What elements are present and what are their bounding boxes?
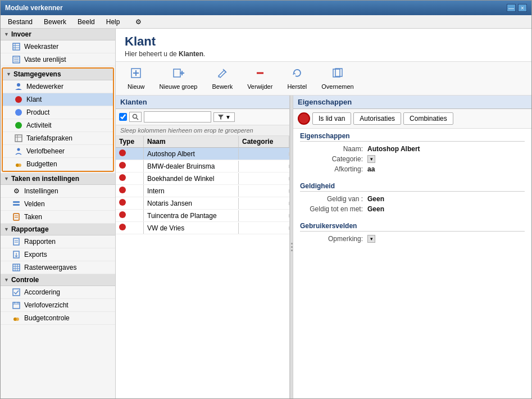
table-row[interactable]: VW de Vries bbox=[116, 222, 289, 234]
select-all-checkbox[interactable] bbox=[119, 113, 127, 121]
sidebar-section-taken[interactable]: Taken en instellingen bbox=[1, 173, 115, 185]
table-row[interactable]: Intern bbox=[116, 185, 289, 197]
sidebar-item-budgetten[interactable]: Budgetten bbox=[3, 158, 113, 171]
sidebar-item-taken[interactable]: Taken bbox=[1, 211, 115, 224]
prop-row-afkorting: Afkorting: aa bbox=[300, 165, 525, 173]
menu-bewerk[interactable]: Bewerk bbox=[39, 16, 71, 28]
group-hint: Sleep kolommen hierheen om erop te groep… bbox=[116, 125, 289, 136]
search-input[interactable] bbox=[144, 111, 211, 123]
row-naam: Autoshop Albert bbox=[144, 148, 239, 160]
row-naam: Tuincentra de Plantage bbox=[144, 210, 239, 221]
sidebar-item-accordering[interactable]: Accordering bbox=[1, 286, 115, 299]
sidebar-item-verlofbeheer[interactable]: Verlofbeheer bbox=[3, 145, 113, 158]
sidebar-item-medewerker[interactable]: Medewerker bbox=[3, 80, 113, 93]
row-naam: Notaris Jansen bbox=[144, 198, 239, 209]
toolbar-btn-bewerk[interactable]: Bewerk bbox=[209, 65, 235, 92]
close-button[interactable]: × bbox=[518, 4, 527, 12]
row-type bbox=[116, 197, 144, 209]
menu-beeld[interactable]: Beeld bbox=[72, 16, 100, 28]
search-filter-btn[interactable]: ▼ bbox=[213, 112, 235, 122]
gear-icon[interactable]: ⚙ bbox=[130, 16, 147, 28]
sidebar-item-activiteit[interactable]: Activiteit bbox=[3, 119, 113, 132]
row-naam: VW de Vries bbox=[144, 223, 239, 234]
svg-rect-9 bbox=[15, 135, 22, 142]
title-bar: Module verkenner — × bbox=[1, 1, 531, 15]
tab-combinaties[interactable]: Combinaties bbox=[403, 112, 453, 125]
search-icon-btn[interactable] bbox=[129, 112, 142, 122]
svg-rect-40 bbox=[174, 69, 180, 77]
sidebar-item-rasterweergaves[interactable]: Rasterweergaves bbox=[1, 261, 115, 274]
categorie-edit-btn[interactable]: ▾ bbox=[367, 155, 375, 163]
sidebar-item-product[interactable]: Product bbox=[3, 106, 113, 119]
svg-point-14 bbox=[18, 164, 21, 167]
sidebar-item-rapporten[interactable]: Rapporten bbox=[1, 235, 115, 248]
prop-row-categorie: Categorie: ▾ bbox=[300, 155, 525, 163]
tab-is-lid-van[interactable]: Is lid van bbox=[312, 112, 351, 125]
sidebar-item-vasteurenlijst[interactable]: Vaste urenlijst bbox=[1, 53, 115, 66]
toolbar-btn-overnemen[interactable]: Overnemen bbox=[319, 65, 356, 92]
row-type bbox=[116, 185, 144, 197]
nieuw-icon bbox=[130, 67, 142, 82]
sidebar-item-klant[interactable]: Klant bbox=[3, 93, 113, 106]
menu-bestand[interactable]: Bestand bbox=[3, 16, 38, 28]
table-row[interactable]: Autoshop Albert bbox=[116, 148, 289, 160]
tab-autorisaties[interactable]: Autorisaties bbox=[353, 112, 401, 125]
row-type bbox=[116, 173, 144, 184]
svg-rect-0 bbox=[13, 43, 20, 50]
sidebar-label-budgetten: Budgetten bbox=[26, 160, 57, 168]
toolbar-btn-verwijder[interactable]: Verwijder bbox=[244, 65, 275, 92]
sidebar-item-exports[interactable]: Exports bbox=[1, 248, 115, 261]
toolbar-btn-nieuw[interactable]: Nieuw bbox=[125, 65, 148, 92]
gebruikersvelden-section: Gebruikersvelden Opmerking: ▾ bbox=[293, 219, 531, 248]
app-window: Module verkenner — × Bestand Bewerk Beel… bbox=[0, 0, 532, 399]
toolbar-btn-herstel[interactable]: Herstel bbox=[284, 65, 310, 92]
row-cat bbox=[239, 152, 289, 156]
sidebar-label-accordering: Accordering bbox=[24, 288, 60, 296]
sidebar-label-velden: Velden bbox=[24, 200, 45, 208]
rasterweergaves-icon bbox=[12, 263, 21, 272]
nieuwe-groep-icon bbox=[172, 67, 185, 82]
sidebar-section-invoer[interactable]: Invoer bbox=[1, 29, 115, 40]
svg-point-36 bbox=[16, 318, 19, 321]
exports-icon bbox=[12, 250, 21, 259]
verlofoverzicht-icon bbox=[12, 301, 21, 310]
activiteit-icon bbox=[14, 121, 23, 130]
table-row[interactable]: Tuincentra de Plantage bbox=[116, 210, 289, 222]
table-row[interactable]: BMW-dealer Bruinsma bbox=[116, 160, 289, 173]
table-row[interactable]: Boekhandel de Winkel bbox=[116, 173, 289, 185]
bewerk-icon bbox=[216, 67, 229, 82]
svg-rect-17 bbox=[13, 214, 19, 220]
toolbar-label-nieuwe-groep: Nieuwe groep bbox=[160, 83, 198, 90]
medewerker-icon bbox=[14, 82, 23, 91]
menu-help[interactable]: Help bbox=[101, 16, 125, 28]
row-type bbox=[116, 222, 144, 234]
prop-label-geldig-van: Geldig van : bbox=[300, 195, 367, 203]
eigenschappen-section-title: Eigenschappen bbox=[300, 132, 525, 142]
subtitle-end: . bbox=[203, 50, 205, 58]
toolbar-label-nieuw: Nieuw bbox=[128, 83, 145, 90]
title-bar-title: Module verkenner bbox=[5, 4, 63, 12]
sidebar-item-tariefafspraken[interactable]: Tariefafspraken bbox=[3, 132, 113, 145]
sidebar-label-product: Product bbox=[26, 108, 49, 116]
sidebar-label-verlofbeheer: Verlofbeheer bbox=[26, 147, 65, 155]
sidebar-item-instellingen[interactable]: ⚙ Instellingen bbox=[1, 185, 115, 198]
table-row[interactable]: Notaris Jansen bbox=[116, 197, 289, 210]
prop-row-opmerking: Opmerking: ▾ bbox=[300, 235, 525, 243]
sidebar-item-budgetcontrole[interactable]: Budgetcontrole bbox=[1, 312, 115, 325]
accordering-icon bbox=[12, 288, 21, 297]
minimize-button[interactable]: — bbox=[507, 4, 516, 12]
sidebar-item-velden[interactable]: Velden bbox=[1, 198, 115, 211]
sidebar-section-rapportage[interactable]: Rapportage bbox=[1, 224, 115, 235]
sidebar-section-stamgegevens[interactable]: Stamgegevens bbox=[3, 69, 113, 80]
row-type bbox=[116, 148, 144, 160]
opmerking-edit-btn[interactable]: ▾ bbox=[367, 235, 375, 243]
subtitle-text: Hier beheert u de bbox=[125, 50, 177, 58]
svg-rect-46 bbox=[333, 69, 340, 77]
row-cat bbox=[239, 177, 289, 180]
sidebar-item-weekraster[interactable]: Weekraster bbox=[1, 40, 115, 53]
toolbar-btn-nieuwe-groep[interactable]: Nieuwe groep bbox=[157, 65, 201, 92]
eigenschappen-section: Eigenschappen Naam: Autoshop Albert Cate… bbox=[293, 129, 531, 179]
prop-red-indicator[interactable] bbox=[298, 112, 310, 125]
sidebar-section-controle[interactable]: Controle bbox=[1, 274, 115, 286]
sidebar-item-verlofoverzicht[interactable]: Verlofoverzicht bbox=[1, 299, 115, 312]
